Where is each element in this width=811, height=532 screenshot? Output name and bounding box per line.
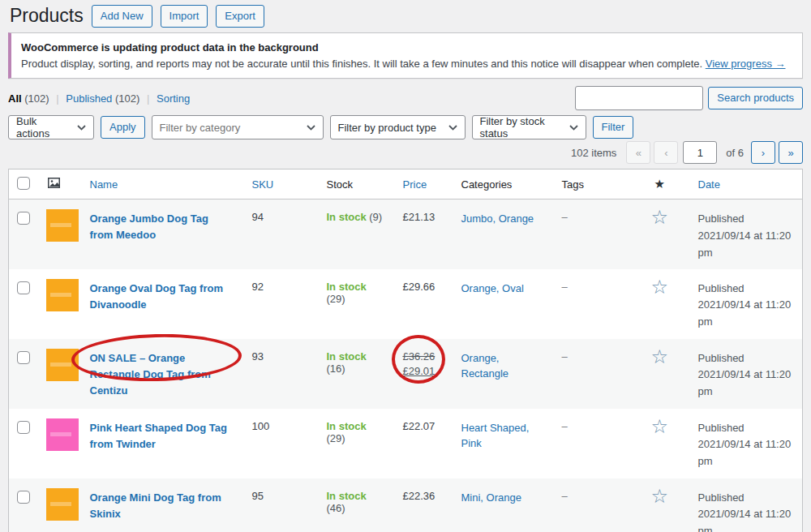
product-thumbnail[interactable] — [46, 279, 79, 311]
image-column-header — [36, 169, 79, 200]
publish-date: 2021/09/14 at 11:20 pm — [698, 506, 796, 532]
sort-by-price[interactable]: Price — [403, 178, 427, 191]
search-form: Search products — [575, 86, 803, 110]
filter-button[interactable]: Filter — [593, 116, 634, 139]
export-button[interactable]: Export — [216, 5, 264, 28]
notice-title: WooCommerce is updating product data in … — [21, 40, 792, 56]
product-thumbnail[interactable] — [46, 209, 79, 242]
stock-status: In stock — [327, 211, 367, 223]
regular-price-strikethrough: £36.26 — [403, 350, 444, 363]
stock-count: (9) — [369, 211, 382, 223]
filter-stock-status-label: Filter by stock status — [480, 115, 561, 139]
tags-value: – — [562, 281, 568, 293]
price-value: £21.13 — [403, 211, 436, 223]
publish-date: 2021/09/14 at 11:20 pm — [698, 436, 796, 470]
last-page-button[interactable]: » — [779, 141, 803, 164]
product-name-link[interactable]: Orange Oval Dog Tag from Divanoodle — [90, 281, 234, 313]
chevron-down-icon — [77, 125, 86, 131]
row-checkbox[interactable] — [17, 281, 30, 294]
page-header: Products Add New Import Export — [8, 0, 803, 28]
product-name-link[interactable]: Orange Mini Dog Tag from Skinix — [90, 490, 234, 522]
stock-count: (29) — [327, 293, 345, 305]
sort-by-sku[interactable]: SKU — [252, 178, 274, 191]
publish-status: Published — [698, 211, 796, 228]
update-notice: WooCommerce is updating product data in … — [8, 32, 803, 79]
view-sorting-link[interactable]: Sorting — [157, 92, 190, 105]
chevron-down-icon — [307, 125, 315, 131]
category-links[interactable]: Orange, Rectangle — [461, 352, 509, 380]
next-page-button[interactable]: › — [751, 141, 775, 164]
row-checkbox[interactable] — [17, 212, 30, 225]
table-row: ON SALE – Orange Rectangle Dog Tag from … — [9, 339, 803, 409]
sku-value: 92 — [252, 281, 264, 293]
featured-star-toggle[interactable]: ☆ — [651, 208, 669, 227]
featured-star-toggle[interactable]: ☆ — [651, 347, 669, 367]
sort-by-date[interactable]: Date — [698, 178, 720, 191]
filter-product-type-select[interactable]: Filter by product type — [330, 115, 466, 139]
price-value: £29.66 — [403, 281, 436, 293]
bulk-actions-select[interactable]: Bulk actions — [8, 115, 94, 139]
tags-value: – — [562, 420, 568, 432]
view-filters: All (102) | Published (102) | Sorting — [8, 92, 190, 105]
current-page-input[interactable] — [683, 141, 717, 164]
publish-date: 2021/09/14 at 11:20 pm — [698, 297, 796, 331]
price-value: £22.07 — [403, 420, 436, 432]
product-name-link[interactable]: ON SALE – Orange Rectangle Dog Tag from … — [90, 350, 234, 399]
image-icon — [48, 178, 60, 188]
sku-value: 93 — [252, 350, 264, 363]
chevron-down-icon — [569, 125, 578, 131]
row-checkbox[interactable] — [17, 491, 30, 504]
stock-count: (16) — [327, 363, 345, 375]
view-all-link[interactable]: All — [8, 92, 22, 105]
total-pages-label: of 6 — [726, 147, 744, 159]
category-links[interactable]: Mini, Orange — [461, 491, 521, 504]
filter-stock-status-select[interactable]: Filter by stock status — [472, 115, 586, 139]
add-new-button[interactable]: Add New — [92, 5, 152, 28]
prev-page-button[interactable]: ‹ — [654, 141, 678, 164]
stock-status: In stock — [327, 420, 367, 432]
tags-value: – — [562, 490, 568, 502]
stock-column-header: Stock — [315, 169, 392, 200]
filter-category-select[interactable]: Filter by category — [152, 115, 324, 139]
filter-category-label: Filter by category — [160, 122, 241, 134]
featured-star-toggle[interactable]: ☆ — [651, 277, 669, 297]
stock-status: In stock — [327, 350, 367, 363]
publish-date: 2021/09/14 at 11:20 pm — [698, 228, 796, 262]
notice-text: Product display, sorting, and reports ma… — [21, 58, 702, 70]
publish-status: Published — [698, 281, 796, 298]
row-checkbox[interactable] — [17, 421, 30, 434]
category-links[interactable]: Heart Shaped, Pink — [461, 422, 530, 450]
table-row: Orange Jumbo Dog Tag from Meedoo 94 In s… — [9, 200, 803, 269]
search-products-button[interactable]: Search products — [708, 87, 803, 109]
select-all-checkbox[interactable] — [17, 177, 30, 190]
featured-star-toggle[interactable]: ☆ — [651, 417, 669, 436]
category-links[interactable]: Jumbo, Orange — [461, 212, 534, 225]
view-all-count: (102) — [24, 92, 49, 105]
product-thumbnail[interactable] — [46, 488, 79, 521]
product-thumbnail[interactable] — [46, 349, 79, 381]
table-row: Orange Oval Dog Tag from Divanoodle 92 I… — [9, 269, 803, 339]
view-published-link[interactable]: Published — [66, 92, 112, 105]
pagination: 102 items « ‹ of 6 › » — [8, 141, 803, 164]
row-checkbox[interactable] — [17, 351, 30, 364]
stock-count: (46) — [327, 502, 345, 514]
search-input[interactable] — [575, 86, 703, 110]
apply-button[interactable]: Apply — [101, 116, 145, 139]
product-name-link[interactable]: Pink Heart Shaped Dog Tag from Twinder — [90, 420, 234, 453]
publish-status: Published — [698, 350, 796, 367]
view-progress-link[interactable]: View progress → — [706, 58, 786, 70]
first-page-button[interactable]: « — [626, 141, 650, 164]
sort-by-name[interactable]: Name — [90, 178, 118, 191]
featured-star-toggle[interactable]: ☆ — [651, 487, 669, 506]
items-count: 102 items — [571, 147, 616, 159]
sku-value: 95 — [252, 490, 264, 502]
product-name-link[interactable]: Orange Jumbo Dog Tag from Meedoo — [90, 211, 234, 243]
tags-value: – — [562, 211, 568, 223]
price-value: £22.36 — [403, 490, 436, 502]
bulk-actions-label: Bulk actions — [16, 115, 69, 139]
product-thumbnail[interactable] — [46, 418, 79, 451]
publish-status: Published — [698, 490, 796, 507]
category-links[interactable]: Orange, Oval — [461, 282, 524, 294]
import-button[interactable]: Import — [161, 5, 208, 28]
table-row: Pink Heart Shaped Dog Tag from Twinder 1… — [9, 409, 803, 478]
